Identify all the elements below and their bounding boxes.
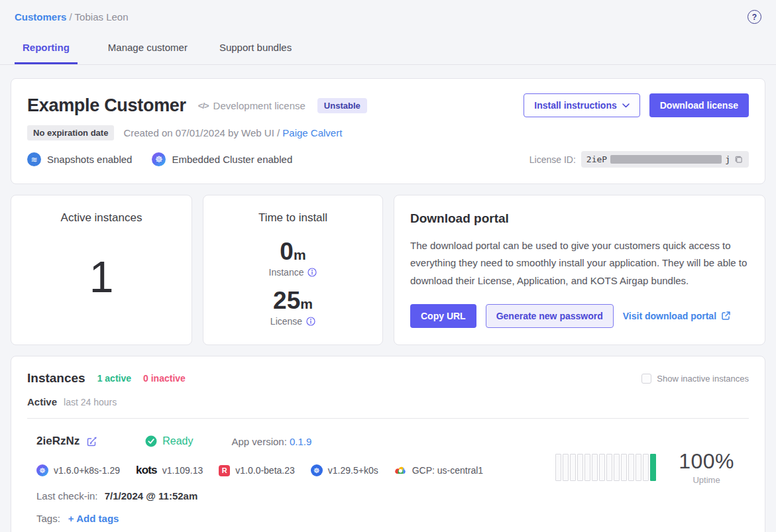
uptime-bar (592, 454, 598, 481)
uptime-widget: 100% Uptime (555, 449, 734, 485)
feature-embedded-cluster: ☸ Embedded Cluster enabled (152, 152, 292, 166)
tti-license-unit: m (300, 296, 313, 311)
version-text: v1.6.0+k8s-1.29 (54, 465, 120, 476)
download-portal-card: Download portal The download portal can … (394, 195, 765, 345)
tab-reporting[interactable]: Reporting (15, 33, 78, 64)
show-inactive-toggle[interactable]: Show inactive instances (641, 374, 749, 384)
edit-instance-icon[interactable] (86, 436, 97, 447)
instances-title: Instances (27, 371, 85, 386)
uptime-bar (570, 454, 576, 481)
download-portal-title: Download portal (410, 211, 749, 226)
uptime-bar (636, 454, 641, 481)
version-text: GCP: us-central1 (412, 465, 483, 476)
breadcrumb-current: Tobias Leon (75, 11, 129, 23)
version-text: v1.29.5+k0s (328, 465, 378, 476)
uptime-label: Uptime (679, 475, 734, 485)
tags-label: Tags: (36, 513, 60, 524)
app-version-link[interactable]: 0.1.9 (290, 436, 311, 447)
copy-license-icon[interactable] (734, 154, 744, 164)
main-content: Example Customer </> Development license… (0, 65, 776, 532)
gcp-icon (394, 465, 407, 476)
tab-support-bundles[interactable]: Support bundles (218, 33, 293, 64)
license-id-suffix: j (725, 154, 730, 164)
instance-row: 2ieRzNz Ready App version: 0.1.9 ☸ v1.6.… (27, 419, 749, 532)
time-to-install-title: Time to install (219, 211, 366, 225)
copy-url-button[interactable]: Copy URL (410, 304, 476, 328)
instance-id: 2ieRzNz (36, 435, 80, 448)
version-text: v1.109.13 (162, 465, 203, 476)
instance-status: Ready (145, 435, 193, 447)
active-instances-value: 1 (89, 252, 114, 302)
uptime-bar (650, 454, 656, 481)
external-link-icon (721, 311, 731, 321)
license-id-label: License ID: (529, 154, 576, 165)
breadcrumb-customers-link[interactable]: Customers (15, 11, 66, 23)
active-instances-title: Active instances (27, 211, 176, 225)
created-text: Created on 07/01/2024 by Web UI / Paige … (123, 127, 342, 138)
version-embedded-cluster: ☸ v1.6.0+k8s-1.29 (36, 464, 120, 476)
code-icon: </> (198, 101, 209, 111)
uptime-bar (599, 454, 605, 481)
feature-snapshots: ≋ Snapshots enabled (27, 152, 132, 166)
top-bar: Customers / Tobias Leon ? (0, 0, 776, 30)
active-section-period: last 24 hours (64, 397, 117, 407)
add-tags-link[interactable]: + Add tags (68, 513, 119, 524)
customer-name: Example Customer (27, 95, 186, 116)
version-kubernetes: ☸ v1.29.5+k0s (311, 464, 378, 476)
uptime-bar (563, 454, 569, 481)
created-by-link[interactable]: Paige Calvert (282, 127, 342, 138)
active-count: 1 active (97, 373, 131, 384)
generate-password-button[interactable]: Generate new password (486, 304, 614, 328)
snapshots-icon: ≋ (27, 152, 41, 166)
help-icon[interactable]: ? (748, 10, 761, 24)
breadcrumb-separator: / (70, 11, 75, 23)
tab-manage-customer[interactable]: Manage customer (107, 33, 189, 64)
version-kots: kots v1.109.13 (136, 464, 203, 477)
last-checkin-value: 7/1/2024 @ 11:52am (105, 490, 198, 502)
uptime-value: 100% (679, 449, 734, 474)
download-license-button[interactable]: Download license (649, 93, 749, 117)
info-icon[interactable] (307, 268, 317, 277)
uptime-bar (606, 454, 612, 481)
kubernetes-icon: ☸ (311, 464, 323, 476)
version-text: v1.0.0-beta.23 (235, 465, 295, 476)
show-inactive-label: Show inactive instances (657, 374, 749, 384)
uptime-bar (577, 454, 583, 481)
tti-license-group: 25m License (219, 288, 366, 327)
license-id-redacted (610, 155, 722, 164)
tab-bar: Reporting Manage customer Support bundle… (0, 33, 776, 65)
active-instances-card: Active instances 1 (11, 195, 192, 345)
visit-portal-link[interactable]: Visit download portal (623, 311, 731, 321)
kots-logo: kots (136, 464, 157, 477)
install-instructions-button[interactable]: Install instructions (524, 93, 639, 117)
created-on-label: Created on 07/01/2024 by Web UI / (123, 127, 280, 138)
last-checkin: Last check-in: 7/1/2024 @ 11:52am (36, 490, 740, 502)
license-type: </> Development license (198, 100, 305, 111)
info-icon[interactable] (306, 317, 315, 326)
active-section-label: Active (27, 396, 57, 407)
license-id-prefix: 2ieP (586, 154, 607, 164)
last-checkin-label: Last check-in: (36, 490, 98, 502)
download-portal-description: The download portal can be used to give … (410, 237, 749, 290)
install-instructions-label: Install instructions (534, 100, 616, 111)
embedded-cluster-icon: ☸ (36, 464, 48, 476)
chevron-down-icon (622, 103, 630, 108)
expiration-badge: No expiration date (27, 125, 114, 140)
inactive-count: 0 inactive (143, 373, 186, 384)
version-replicated: R v1.0.0-beta.23 (219, 465, 295, 476)
time-to-install-card: Time to install 0m Instance 25m License (203, 195, 383, 345)
check-circle-icon (145, 435, 157, 447)
uptime-bar (621, 454, 627, 481)
show-inactive-checkbox[interactable] (641, 374, 651, 384)
customer-card: Example Customer </> Development license… (11, 78, 765, 184)
instance-status-label: Ready (162, 435, 193, 447)
breadcrumb: Customers / Tobias Leon (15, 11, 129, 23)
visit-portal-label: Visit download portal (623, 311, 716, 321)
channel-badge: Unstable (317, 98, 367, 113)
license-id-field: 2ieP j (581, 151, 749, 168)
uptime-bar (628, 454, 634, 481)
instances-card: Instances 1 active 0 inactive Show inact… (11, 356, 765, 532)
feature-snapshots-label: Snapshots enabled (47, 154, 132, 165)
stats-row: Active instances 1 Time to install 0m In… (11, 195, 765, 345)
uptime-bars (555, 454, 656, 481)
